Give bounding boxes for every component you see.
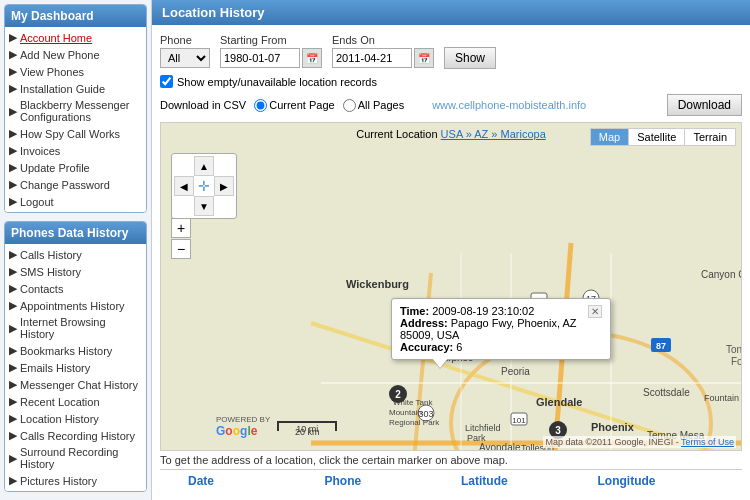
- show-empty-checkbox[interactable]: [160, 75, 173, 88]
- show-button[interactable]: Show: [444, 47, 496, 69]
- invoices-label: Invoices: [20, 145, 60, 157]
- tab-satellite[interactable]: Satellite: [629, 129, 685, 145]
- installation-guide-label: Installation Guide: [20, 83, 105, 95]
- ends-on-calendar-icon[interactable]: 📅: [414, 48, 434, 68]
- phones-history-header: Phones Data History: [5, 222, 146, 244]
- arrow-icon: ▶: [9, 344, 17, 357]
- calls-history-label: Calls History: [20, 249, 82, 261]
- nav-right-button[interactable]: ▶: [214, 176, 234, 196]
- zoom-in-button[interactable]: +: [171, 218, 191, 238]
- sidebar-item-emails[interactable]: ▶Emails History: [5, 359, 146, 376]
- starting-from-input-group: 📅: [220, 48, 322, 68]
- nav-left-button[interactable]: ◀: [174, 176, 194, 196]
- table-col-latitude[interactable]: Latitude: [461, 474, 598, 488]
- sidebar-item-sms-history[interactable]: ▶SMS History: [5, 263, 146, 280]
- current-page-radio[interactable]: [254, 99, 267, 112]
- zoom-out-button[interactable]: −: [171, 239, 191, 259]
- sidebar-item-installation-guide[interactable]: ▶ Installation Guide: [5, 80, 146, 97]
- phone-select[interactable]: All: [160, 48, 210, 68]
- sidebar-item-recent-location[interactable]: ▶Recent Location: [5, 393, 146, 410]
- current-page-label: Current Page: [269, 99, 334, 111]
- table-col-date[interactable]: Date: [188, 474, 325, 488]
- svg-text:Regional Park: Regional Park: [389, 418, 440, 427]
- sidebar-item-account-home[interactable]: ▶ Account Home: [5, 29, 146, 46]
- sidebar-item-messenger-chat[interactable]: ▶Messenger Chat History: [5, 376, 146, 393]
- nav-down-button[interactable]: ▼: [194, 196, 214, 216]
- map-nav-cross: ▲ ◀ ✛ ▶ ▼: [174, 156, 234, 216]
- table-header: Date Phone Latitude Longitude: [160, 469, 742, 492]
- sidebar-item-calls-history[interactable]: ▶Calls History: [5, 246, 146, 263]
- popup-arrow-inner: [433, 359, 447, 368]
- popup-time-value: 2009-08-19 23:10:02: [432, 305, 534, 317]
- popup-time-label: Time:: [400, 305, 429, 317]
- svg-text:87: 87: [656, 341, 666, 351]
- location-bar: Current Location USA » AZ » Maricopa: [356, 128, 546, 140]
- tab-map[interactable]: Map: [591, 129, 629, 145]
- all-pages-radio-label[interactable]: All Pages: [343, 99, 404, 112]
- sidebar-item-update-profile[interactable]: ▶ Update Profile: [5, 159, 146, 176]
- download-button[interactable]: Download: [667, 94, 742, 116]
- page-title: Location History: [152, 0, 750, 25]
- terms-of-use-link[interactable]: Terms of Use: [681, 437, 734, 447]
- starting-from-calendar-icon[interactable]: 📅: [302, 48, 322, 68]
- tab-terrain[interactable]: Terrain: [685, 129, 735, 145]
- starting-from-input[interactable]: [220, 48, 300, 68]
- change-password-label: Change Password: [20, 179, 110, 191]
- sidebar-item-contacts[interactable]: ▶Contacts: [5, 280, 146, 297]
- phone-control: Phone All: [160, 34, 210, 68]
- ends-on-input[interactable]: [332, 48, 412, 68]
- ends-on-input-group: 📅: [332, 48, 434, 68]
- pictures-history-label: Pictures History: [20, 475, 97, 487]
- all-pages-radio[interactable]: [343, 99, 356, 112]
- update-profile-label: Update Profile: [20, 162, 90, 174]
- svg-text:Scottsdale: Scottsdale: [643, 387, 690, 398]
- table-col-longitude[interactable]: Longitude: [598, 474, 735, 488]
- sidebar-item-invoices[interactable]: ▶ Invoices: [5, 142, 146, 159]
- sidebar-item-internet-browsing[interactable]: ▶Internet Browsing History: [5, 314, 146, 342]
- main-content: Location History Phone All Starting From…: [152, 0, 750, 500]
- map-zoom-control: + −: [171, 218, 191, 260]
- arrow-icon: ▶: [9, 412, 17, 425]
- sidebar-item-surround-recording[interactable]: ▶Surround Recording History: [5, 444, 146, 472]
- sidebar-item-appointments[interactable]: ▶Appointments History: [5, 297, 146, 314]
- sidebar-item-location-history[interactable]: ▶Location History: [5, 410, 146, 427]
- popup-close-button[interactable]: ✕: [588, 305, 602, 318]
- recent-location-label: Recent Location: [20, 396, 100, 408]
- svg-text:Tonto National: Tonto National: [726, 344, 741, 355]
- nav-empty-br: [214, 196, 234, 216]
- sidebar-item-how-spy[interactable]: ▶ How Spy Call Works: [5, 125, 146, 142]
- contacts-label: Contacts: [20, 283, 63, 295]
- location-path-link[interactable]: USA » AZ » Maricopa: [441, 128, 546, 140]
- ends-on-label: Ends On: [332, 34, 434, 46]
- sms-history-label: SMS History: [20, 266, 81, 278]
- map-marker-2[interactable]: 2: [389, 385, 407, 403]
- current-page-radio-label[interactable]: Current Page: [254, 99, 334, 112]
- sidebar-item-add-phone[interactable]: ▶ Add New Phone: [5, 46, 146, 63]
- sidebar-item-change-password[interactable]: ▶ Change Password: [5, 176, 146, 193]
- internet-browsing-label: Internet Browsing History: [20, 316, 142, 340]
- sidebar: My Dashboard ▶ Account Home ▶ Add New Ph…: [0, 0, 152, 500]
- map-copyright: Map data ©2011 Google, INEGI - Terms of …: [543, 436, 736, 448]
- nav-up-button[interactable]: ▲: [194, 156, 214, 176]
- sidebar-item-pictures-history[interactable]: ▶Pictures History: [5, 472, 146, 489]
- sidebar-item-logout[interactable]: ▶ Logout: [5, 193, 146, 210]
- google-logo: POWERED BY Google: [216, 413, 270, 438]
- popup-time: Time: 2009-08-19 23:10:02: [400, 305, 602, 317]
- account-home-link[interactable]: Account Home: [20, 32, 92, 44]
- sidebar-item-bbm-config[interactable]: ▶ Blackberry Messenger Configurations: [5, 97, 146, 125]
- add-phone-label: Add New Phone: [20, 49, 100, 61]
- sidebar-item-view-phones[interactable]: ▶ View Phones: [5, 63, 146, 80]
- nav-empty-bl: [174, 196, 194, 216]
- sidebar-item-calls-recording[interactable]: ▶Calls Recording History: [5, 427, 146, 444]
- phones-history-section: Phones Data History ▶Calls History ▶SMS …: [4, 221, 147, 492]
- nav-center-button[interactable]: ✛: [194, 176, 214, 196]
- popup-accuracy-label: Accuracy:: [400, 341, 453, 353]
- svg-rect-0: [161, 123, 741, 450]
- svg-text:Forest: Forest: [731, 356, 741, 367]
- table-col-phone[interactable]: Phone: [325, 474, 462, 488]
- arrow-icon: ▶: [9, 82, 17, 95]
- nav-empty-tr: [214, 156, 234, 176]
- sidebar-item-bookmarks[interactable]: ▶Bookmarks History: [5, 342, 146, 359]
- popup-address: Address: Papago Fwy, Phoenix, AZ 85009, …: [400, 317, 602, 341]
- messenger-chat-label: Messenger Chat History: [20, 379, 138, 391]
